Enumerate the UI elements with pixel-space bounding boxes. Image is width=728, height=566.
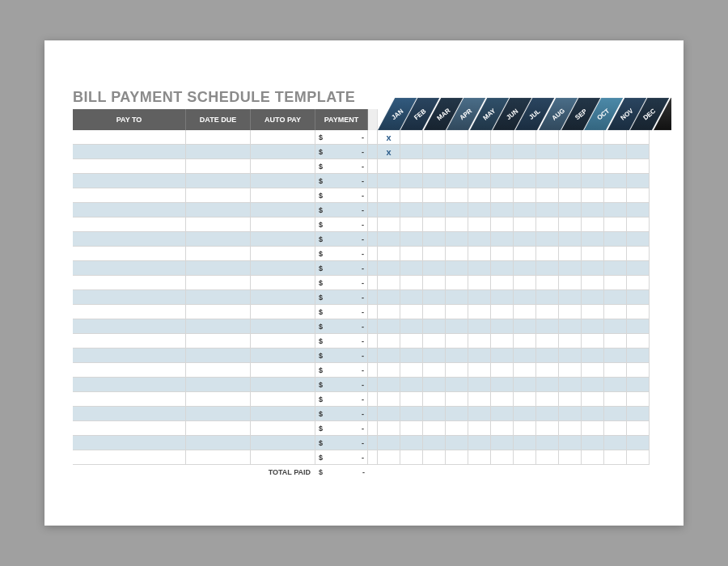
cell-payment[interactable]: $- — [315, 159, 368, 174]
cell-month-feb[interactable] — [400, 218, 423, 232]
cell-month-sep[interactable] — [559, 247, 582, 261]
cell-month-may[interactable] — [468, 407, 491, 421]
cell-month-mar[interactable] — [423, 334, 446, 348]
cell-month-jun[interactable] — [491, 363, 514, 378]
cell-payto[interactable] — [73, 407, 186, 421]
cell-datedue[interactable] — [186, 130, 251, 145]
cell-payto[interactable] — [73, 130, 186, 145]
cell-month-jun[interactable] — [491, 159, 514, 174]
cell-month-apr[interactable] — [446, 319, 468, 334]
cell-month-may[interactable] — [468, 261, 491, 276]
cell-payment[interactable]: $- — [315, 348, 368, 363]
cell-month-aug[interactable] — [536, 450, 559, 465]
cell-month-jan[interactable] — [378, 203, 400, 218]
cell-month-dec[interactable] — [627, 378, 650, 392]
cell-month-may[interactable] — [468, 450, 491, 465]
cell-datedue[interactable] — [186, 218, 251, 232]
cell-datedue[interactable] — [186, 363, 251, 378]
cell-month-jun[interactable] — [491, 218, 514, 232]
cell-payto[interactable] — [73, 218, 186, 232]
cell-month-jun[interactable] — [491, 334, 514, 348]
cell-month-oct[interactable] — [582, 218, 604, 232]
cell-datedue[interactable] — [186, 348, 251, 363]
cell-month-jan[interactable] — [378, 334, 400, 348]
cell-month-apr[interactable] — [446, 145, 468, 159]
cell-payto[interactable] — [73, 363, 186, 378]
cell-month-jan[interactable] — [378, 348, 400, 363]
cell-month-jun[interactable] — [491, 174, 514, 188]
cell-payto[interactable] — [73, 203, 186, 218]
cell-month-may[interactable] — [468, 159, 491, 174]
cell-payto[interactable] — [73, 232, 186, 247]
cell-month-sep[interactable] — [559, 450, 582, 465]
cell-autopay[interactable] — [251, 421, 315, 436]
cell-month-feb[interactable] — [400, 174, 423, 188]
cell-month-oct[interactable] — [582, 334, 604, 348]
cell-month-feb[interactable] — [400, 290, 423, 305]
cell-payto[interactable] — [73, 319, 186, 334]
cell-month-sep[interactable] — [559, 363, 582, 378]
cell-month-sep[interactable] — [559, 319, 582, 334]
cell-month-feb[interactable] — [400, 363, 423, 378]
cell-month-oct[interactable] — [582, 305, 604, 319]
cell-month-apr[interactable] — [446, 261, 468, 276]
cell-payment[interactable]: $- — [315, 319, 368, 334]
cell-month-jun[interactable] — [491, 276, 514, 290]
cell-autopay[interactable] — [251, 319, 315, 334]
cell-month-mar[interactable] — [423, 378, 446, 392]
cell-month-may[interactable] — [468, 319, 491, 334]
cell-month-dec[interactable] — [627, 450, 650, 465]
cell-month-sep[interactable] — [559, 378, 582, 392]
cell-payment[interactable]: $- — [315, 247, 368, 261]
cell-month-mar[interactable] — [423, 319, 446, 334]
cell-month-dec[interactable] — [627, 392, 650, 407]
cell-month-sep[interactable] — [559, 130, 582, 145]
cell-month-nov[interactable] — [604, 334, 627, 348]
cell-month-feb[interactable] — [400, 407, 423, 421]
cell-month-oct[interactable] — [582, 203, 604, 218]
cell-month-oct[interactable] — [582, 188, 604, 203]
cell-month-jun[interactable] — [491, 203, 514, 218]
cell-month-nov[interactable] — [604, 232, 627, 247]
cell-month-jun[interactable] — [491, 319, 514, 334]
cell-month-oct[interactable] — [582, 247, 604, 261]
cell-month-dec[interactable] — [627, 232, 650, 247]
cell-month-jul[interactable] — [514, 188, 536, 203]
cell-month-feb[interactable] — [400, 305, 423, 319]
cell-datedue[interactable] — [186, 159, 251, 174]
cell-month-dec[interactable] — [627, 319, 650, 334]
cell-month-jul[interactable] — [514, 378, 536, 392]
cell-month-dec[interactable] — [627, 436, 650, 450]
cell-month-feb[interactable] — [400, 276, 423, 290]
cell-month-dec[interactable] — [627, 363, 650, 378]
cell-month-jun[interactable] — [491, 247, 514, 261]
cell-autopay[interactable] — [251, 188, 315, 203]
cell-payto[interactable] — [73, 436, 186, 450]
cell-autopay[interactable] — [251, 305, 315, 319]
cell-month-jul[interactable] — [514, 407, 536, 421]
cell-month-nov[interactable] — [604, 450, 627, 465]
cell-month-jan[interactable] — [378, 159, 400, 174]
cell-month-mar[interactable] — [423, 174, 446, 188]
cell-month-may[interactable] — [468, 334, 491, 348]
cell-month-aug[interactable] — [536, 218, 559, 232]
cell-datedue[interactable] — [186, 276, 251, 290]
cell-payment[interactable]: $- — [315, 276, 368, 290]
cell-month-oct[interactable] — [582, 261, 604, 276]
cell-month-apr[interactable] — [446, 407, 468, 421]
cell-month-sep[interactable] — [559, 188, 582, 203]
cell-month-apr[interactable] — [446, 305, 468, 319]
cell-month-dec[interactable] — [627, 348, 650, 363]
cell-month-may[interactable] — [468, 290, 491, 305]
cell-month-may[interactable] — [468, 218, 491, 232]
cell-month-jul[interactable] — [514, 130, 536, 145]
cell-month-apr[interactable] — [446, 159, 468, 174]
cell-month-aug[interactable] — [536, 159, 559, 174]
cell-month-may[interactable] — [468, 348, 491, 363]
cell-month-nov[interactable] — [604, 261, 627, 276]
cell-datedue[interactable] — [186, 145, 251, 159]
cell-month-mar[interactable] — [423, 348, 446, 363]
cell-payto[interactable] — [73, 276, 186, 290]
cell-datedue[interactable] — [186, 319, 251, 334]
cell-month-aug[interactable] — [536, 290, 559, 305]
